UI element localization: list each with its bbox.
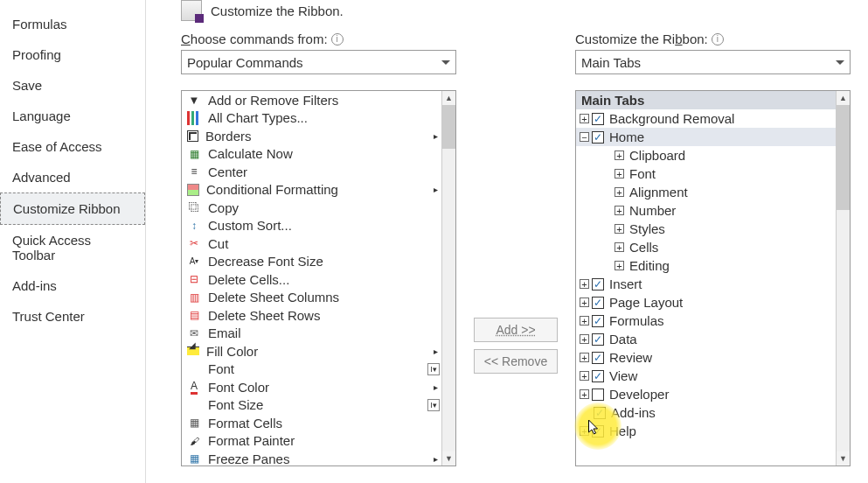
checkbox[interactable]: ✓	[592, 131, 604, 144]
expand-icon[interactable]: +	[615, 169, 624, 178]
tree-node[interactable]: −✓Home	[576, 128, 836, 146]
tree-node[interactable]: +Cells	[576, 238, 836, 256]
checkbox[interactable]: ✓	[592, 425, 604, 438]
sidebar-item-ease-of-access[interactable]: Ease of Access	[0, 131, 145, 162]
command-item[interactable]: Decrease Font Size	[182, 253, 441, 271]
ribbon-tabs-dropdown[interactable]: Main Tabs	[575, 50, 851, 74]
expand-icon[interactable]: +	[580, 279, 589, 289]
sidebar-item-trust-center[interactable]: Trust Center	[0, 301, 145, 332]
command-item[interactable]: Center	[182, 163, 441, 181]
tree-node[interactable]: +✓View	[576, 367, 836, 385]
checkbox[interactable]: ✓	[592, 352, 604, 364]
tree-node[interactable]: +✓Data	[576, 330, 836, 348]
checkbox[interactable]: ✓	[592, 297, 604, 309]
command-item[interactable]: Fill Color▸	[182, 342, 441, 360]
command-item[interactable]: Delete Sheet Rows	[182, 306, 441, 325]
tree-node[interactable]: +✓Help	[576, 422, 836, 440]
command-item[interactable]: Delete Cells...	[182, 270, 441, 289]
sidebar-item-language[interactable]: Language	[0, 101, 145, 131]
tree-node[interactable]: +Clipboard	[576, 146, 836, 164]
checkbox[interactable]: ✓	[594, 407, 606, 419]
tree-node[interactable]: +✓Formulas	[576, 312, 836, 330]
tabs-tree[interactable]: Main Tabs +✓Background Removal−✓Home+Cli…	[575, 90, 851, 466]
command-item[interactable]: FontI▾	[182, 360, 441, 379]
remove-button[interactable]: << Remove	[474, 349, 558, 374]
tree-node[interactable]: +✓Page Layout	[576, 293, 836, 312]
sidebar-item-proofing[interactable]: Proofing	[0, 39, 145, 70]
expand-icon[interactable]: +	[580, 371, 589, 381]
choose-commands-dropdown[interactable]: Popular Commands	[181, 50, 456, 74]
checkbox[interactable]	[592, 388, 604, 401]
sidebar-item-save[interactable]: Save	[0, 70, 145, 101]
scroll-down-button[interactable]: ▼	[837, 452, 850, 466]
command-item[interactable]: Borders▸	[182, 127, 441, 145]
expand-icon[interactable]: +	[580, 426, 589, 436]
scroll-up-button[interactable]: ▲	[442, 91, 455, 105]
submenu-arrow-icon: ▸	[434, 346, 438, 356]
command-item[interactable]: Conditional Formatting▸	[182, 181, 441, 200]
scroll-up-button[interactable]: ▲	[837, 91, 850, 105]
expand-icon[interactable]: +	[615, 261, 624, 270]
command-item[interactable]: Email	[182, 325, 441, 343]
info-icon[interactable]: i	[712, 33, 724, 46]
command-item[interactable]: Calculate Now	[182, 145, 441, 164]
command-item[interactable]: Delete Sheet Columns	[182, 289, 441, 307]
command-item[interactable]: Format Cells	[182, 414, 441, 432]
tree-node-label: Clipboard	[629, 148, 685, 163]
info-icon[interactable]: i	[331, 33, 344, 46]
expand-icon[interactable]: +	[580, 114, 589, 123]
sidebar-item-quick-access-toolbar[interactable]: Quick Access Toolbar	[0, 225, 145, 270]
command-item[interactable]: Font Color▸	[182, 378, 441, 396]
scroll-thumb[interactable]	[837, 105, 850, 210]
expand-icon[interactable]: +	[615, 187, 624, 197]
checkbox[interactable]: ✓	[592, 315, 604, 327]
command-item[interactable]: Custom Sort...	[182, 217, 441, 235]
checkbox[interactable]: ✓	[592, 278, 604, 290]
expand-icon[interactable]: +	[580, 316, 589, 326]
add-button[interactable]: Add >>	[474, 318, 558, 342]
sidebar-item-add-ins[interactable]: Add-ins	[0, 270, 145, 301]
sidebar-item-advanced[interactable]: Advanced	[0, 162, 145, 192]
expand-icon[interactable]: +	[615, 242, 624, 252]
command-item[interactable]: Copy	[182, 199, 441, 217]
expand-icon[interactable]: +	[580, 334, 589, 344]
checkbox[interactable]: ✓	[592, 113, 604, 125]
scroll-thumb[interactable]	[442, 105, 455, 149]
command-item[interactable]: Format Painter	[182, 432, 441, 451]
command-item[interactable]: All Chart Types...	[182, 109, 441, 128]
chevron-down-icon	[836, 60, 844, 65]
expand-icon[interactable]: +	[615, 206, 624, 215]
command-item[interactable]: Freeze Panes▸	[182, 450, 441, 466]
scroll-down-button[interactable]: ▼	[442, 452, 455, 466]
tree-node[interactable]: +Number	[576, 201, 836, 220]
tree-node[interactable]: +Developer	[576, 385, 836, 403]
i-cond-icon	[187, 184, 199, 196]
expand-icon[interactable]: +	[615, 150, 624, 160]
sidebar-item-formulas[interactable]: Formulas	[0, 9, 145, 39]
commands-listbox[interactable]: Add or Remove FiltersAll Chart Types...B…	[181, 90, 456, 466]
checkbox[interactable]: ✓	[592, 333, 604, 346]
scrollbar[interactable]: ▲ ▼	[441, 91, 455, 466]
tree-node[interactable]: +Styles	[576, 220, 836, 238]
i-fill-icon	[187, 346, 199, 355]
checkbox[interactable]: ✓	[592, 370, 604, 382]
i-painter-icon	[187, 434, 201, 448]
sidebar-item-customize-ribbon[interactable]: Customize Ribbon	[0, 192, 145, 225]
tree-node[interactable]: +✓Review	[576, 348, 836, 367]
tree-node[interactable]: +Alignment	[576, 183, 836, 201]
command-item[interactable]: Font SizeI▾	[182, 396, 441, 415]
command-item[interactable]: Add or Remove Filters	[182, 91, 441, 109]
tree-node[interactable]: +✓Background Removal	[576, 109, 836, 128]
expand-icon[interactable]: +	[580, 298, 589, 307]
scrollbar[interactable]: ▲ ▼	[836, 91, 850, 466]
expand-icon[interactable]: +	[580, 389, 589, 399]
i-sort-icon	[187, 219, 201, 233]
collapse-icon[interactable]: −	[580, 132, 589, 142]
command-item[interactable]: Cut	[182, 234, 441, 253]
tree-node[interactable]: ✓Add-ins	[576, 403, 836, 422]
tree-node[interactable]: +Font	[576, 164, 836, 183]
tree-node[interactable]: +Editing	[576, 256, 836, 275]
tree-node[interactable]: +✓Insert	[576, 275, 836, 293]
expand-icon[interactable]: +	[615, 224, 624, 234]
expand-icon[interactable]: +	[580, 353, 589, 362]
